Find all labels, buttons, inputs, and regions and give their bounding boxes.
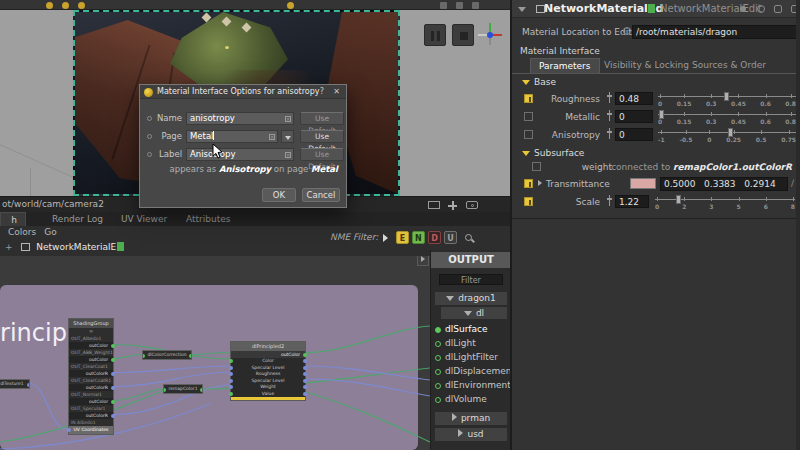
connection-target[interactable]: remapColor1.outColorR	[673, 162, 792, 172]
output-terminal[interactable]: dlLight	[435, 336, 511, 350]
color-correction-node[interactable]: dlColorCorrection	[142, 350, 192, 360]
output-expand-button[interactable]	[417, 256, 429, 266]
stop-render-button[interactable]	[452, 24, 474, 46]
breadcrumb-prefix[interactable]: +	[5, 242, 13, 252]
nme-filter-button[interactable]: E	[396, 231, 409, 244]
stepper-icon[interactable]	[607, 195, 612, 206]
output-group-dl[interactable]: dl	[441, 307, 507, 319]
group-expander-base[interactable]	[522, 80, 530, 85]
state-dot-icon[interactable]	[147, 134, 152, 139]
toolbar-icon[interactable]	[456, 2, 463, 9]
local-value-badge[interactable]	[532, 162, 541, 171]
group-expander-subsurface[interactable]	[522, 151, 530, 156]
dialog-titlebar[interactable]: Material Interface Options for anisotrop…	[140, 85, 346, 99]
slider-handle[interactable]	[724, 92, 729, 101]
shading-group-node[interactable]: ShadingGroup ≡ OUT_Albedo1 outColor OUT_…	[68, 318, 114, 435]
toolbar-icon[interactable]	[440, 2, 447, 9]
local-value-badge[interactable]	[524, 94, 533, 103]
tab-attributes[interactable]: Attributes	[178, 212, 238, 226]
pin-icon[interactable]	[740, 6, 746, 12]
port-dot-icon[interactable]	[435, 327, 441, 333]
output-terminal[interactable]: dlVolume	[435, 392, 511, 406]
page-input[interactable]: Metal✕	[186, 130, 278, 143]
output-terminal[interactable]: dlDisplacement	[435, 364, 511, 378]
page-dropdown-button[interactable]	[281, 130, 294, 143]
port-dot-icon[interactable]	[67, 428, 71, 432]
node-title[interactable]: ShadingGroup	[69, 319, 113, 328]
tab-visibility-locking[interactable]: Visibility & Locking	[596, 58, 697, 73]
port-dot-icon[interactable]	[189, 354, 192, 358]
chevron-right-icon[interactable]	[383, 234, 388, 242]
search-icon[interactable]	[465, 234, 472, 241]
tab-sources-order[interactable]: Sources & Order	[684, 58, 774, 73]
output-terminal[interactable]: dlEnvironment	[435, 378, 511, 392]
color-swatch[interactable]	[630, 178, 656, 189]
metallic-slider[interactable]: 00.150.30.450.60.8	[658, 109, 796, 125]
stepper-icon[interactable]	[607, 110, 612, 121]
output-group-prman[interactable]: prman	[435, 412, 507, 425]
output-group-usd[interactable]: usd	[435, 428, 507, 441]
port-dot-icon[interactable]	[142, 354, 145, 358]
node-param-row[interactable]: Value	[231, 391, 305, 398]
port-dot-icon[interactable]	[435, 355, 441, 361]
local-value-badge[interactable]	[524, 112, 533, 121]
menu-item[interactable]: Colors	[8, 227, 36, 237]
metallic-value-input[interactable]: 0	[615, 110, 653, 123]
port-dot-icon[interactable]	[163, 388, 166, 392]
port-dot-icon[interactable]	[435, 369, 441, 375]
output-group-dragon1[interactable]: dragon1	[435, 292, 507, 305]
slider-handle[interactable]	[728, 128, 733, 137]
port-dot-icon[interactable]	[111, 358, 115, 362]
nme-filter-button[interactable]: D	[428, 231, 441, 244]
glasses-icon[interactable]	[774, 5, 782, 13]
node-graph-canvas[interactable]: Principled Shading	[0, 256, 430, 450]
material-location-input[interactable]: /root/materials/dragon	[632, 25, 798, 39]
local-value-badge[interactable]	[524, 179, 533, 188]
state-dot-icon[interactable]	[147, 116, 152, 121]
clear-icon[interactable]: ✕	[285, 116, 291, 122]
tab-parameters[interactable]: Parameters	[530, 58, 600, 73]
expand-param-icon[interactable]	[538, 180, 542, 186]
port-dot-icon[interactable]	[111, 400, 115, 404]
local-value-badge[interactable]	[524, 130, 533, 139]
output-filter-input[interactable]: Filter	[439, 274, 503, 285]
scale-value-input[interactable]: 1.22	[615, 195, 649, 208]
name-input[interactable]: anisotropy✕	[186, 112, 294, 125]
port-dot-icon[interactable]	[435, 383, 441, 389]
node-name[interactable]: NetworkMaterialEd	[544, 2, 663, 15]
roughness-slider[interactable]: 00.150.30.450.60.8	[658, 91, 796, 107]
slider-handle[interactable]	[676, 195, 681, 204]
toolbar-icon[interactable]	[62, 2, 69, 9]
nme-filter-button[interactable]: U	[444, 231, 457, 244]
port-dot-icon[interactable]	[111, 386, 115, 390]
state-dot-icon[interactable]	[147, 152, 152, 157]
pause-render-button[interactable]	[424, 24, 446, 46]
node-title[interactable]: dlPrincipled2	[231, 342, 305, 351]
output-terminal[interactable]: dlSurface	[435, 322, 511, 336]
stepper-icon[interactable]	[607, 92, 612, 103]
port-dot-icon[interactable]	[435, 341, 441, 347]
port-dot-icon[interactable]	[27, 383, 30, 387]
port-dot-icon[interactable]	[111, 372, 115, 376]
menu-item[interactable]: Go	[44, 227, 56, 237]
anisotropy-slider[interactable]: -1-0.500.250.50.75	[658, 127, 796, 143]
node-output-port-group[interactable]: OUT_Specular1 outColorR	[69, 405, 113, 419]
transmittance-value-input[interactable]: 0.5000 0.3383 0.2914	[660, 177, 788, 191]
toolbar-icon[interactable]	[472, 2, 479, 9]
tab-uv-viewer[interactable]: UV Viewer	[113, 212, 175, 226]
slash-icon[interactable]: ∕	[791, 178, 794, 188]
node-output-port-group[interactable]: OUT_Normal1 outColor	[69, 391, 113, 405]
scale-slider[interactable]: 023568	[655, 194, 795, 210]
collapse-icon[interactable]	[518, 7, 526, 12]
cancel-button[interactable]: Cancel	[302, 188, 340, 202]
output-terminal[interactable]: dlLightFilter	[435, 350, 511, 364]
uv-coordinates-row[interactable]: UV Coordinates	[69, 426, 113, 434]
port-dot-icon[interactable]	[111, 414, 115, 418]
toolbar-icon[interactable]	[46, 2, 53, 9]
toolbar-icon[interactable]	[78, 2, 85, 9]
node-output-port-group[interactable]: OUT_Albedo1 outColor	[69, 335, 113, 349]
gear-icon[interactable]	[757, 5, 765, 13]
help-button[interactable]: ?	[320, 85, 324, 99]
use-default-button[interactable]: Use Default	[300, 112, 344, 125]
scrollbar[interactable]	[796, 0, 800, 450]
